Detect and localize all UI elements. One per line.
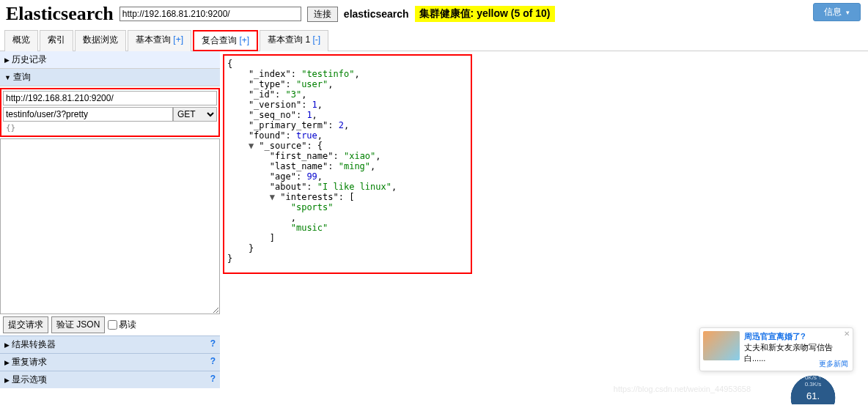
tab-basic-query-1[interactable]: 基本查询 1 [-] [260, 30, 328, 51]
connect-button[interactable]: 连接 [307, 7, 338, 22]
query-path-input[interactable] [3, 107, 173, 122]
main-tabs: 概览 索引 数据浏览 基本查询 [+] 复合查询 [+] 基本查询 1 [-] [0, 29, 868, 51]
readable-checkbox[interactable] [108, 320, 117, 330]
popup-image [703, 331, 740, 360]
cluster-name: elasticsearch [344, 8, 409, 20]
query-url-input[interactable] [3, 91, 217, 105]
query-body-textarea[interactable] [0, 138, 220, 314]
json-result: { "_index": "testinfo", "_type": "user",… [223, 54, 472, 274]
tab-indices[interactable]: 索引 [40, 30, 73, 51]
cluster-health-badge: 集群健康值: yellow (5 of 10) [415, 6, 555, 22]
history-section[interactable]: 历史记录 [0, 51, 220, 69]
validate-json-button[interactable]: 验证 JSON [51, 316, 105, 333]
tab-compound-query[interactable]: 复合查询 [+] [193, 30, 258, 51]
tab-browse[interactable]: 数据浏览 [75, 30, 126, 51]
network-gauge: 0K/s ↑0.3K/s 61. [787, 371, 839, 404]
query-editor: GET {} [0, 88, 220, 137]
submit-button[interactable]: 提交请求 [3, 316, 48, 333]
tab-basic-query[interactable]: 基本查询 [+] [128, 30, 191, 51]
display-options-section[interactable]: 显示选项? [0, 371, 220, 388]
popup-close-icon[interactable]: ✕ [844, 330, 850, 338]
cluster-url-input[interactable] [119, 7, 301, 21]
query-body-placeholder: {} [3, 122, 217, 134]
popup-title[interactable]: 周迅官宣离婚了? [744, 331, 850, 342]
info-dropdown[interactable]: 信息 [813, 3, 861, 21]
app-logo: Elasticsearch [6, 3, 114, 25]
repeat-request-section[interactable]: 重复请求? [0, 353, 220, 371]
query-section[interactable]: 查询 [0, 69, 220, 86]
tab-overview[interactable]: 概览 [4, 30, 38, 51]
result-transformer-section[interactable]: 结果转换器? [0, 335, 220, 353]
news-popup: 周迅官宣离婚了? 丈夫和新女友亲吻写信告白...... ✕ 更多新闻 [699, 327, 853, 371]
query-method-select[interactable]: GET [173, 107, 217, 122]
watermark: https://blog.csdn.net/weixin_44953658 [614, 385, 751, 393]
popup-more-link[interactable]: 更多新闻 [819, 359, 848, 369]
left-panel: 历史记录 查询 GET {} 提交请求 验证 JSON 易读 结果转换器? [0, 51, 220, 408]
readable-checkbox-label[interactable]: 易读 [108, 319, 136, 331]
